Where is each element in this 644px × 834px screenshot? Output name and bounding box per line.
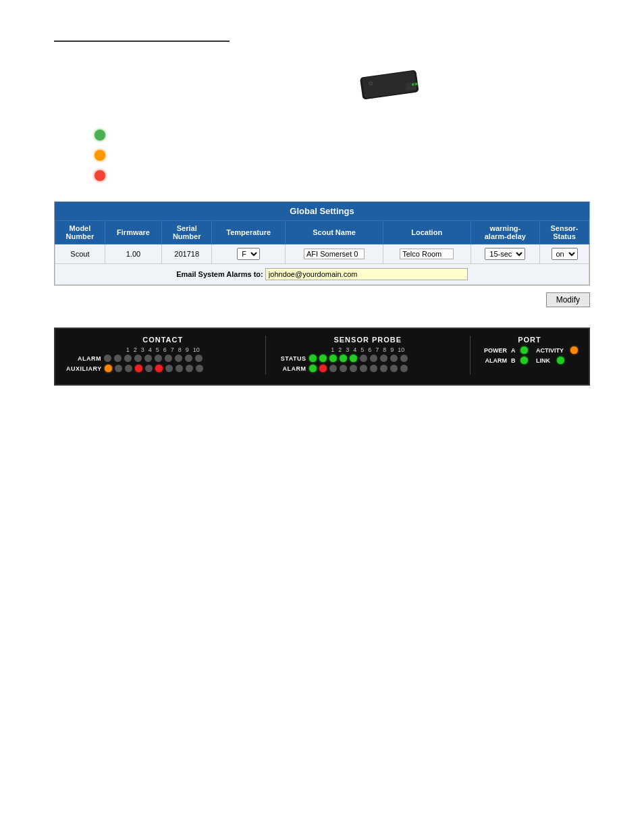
sensor-alarm-dot-6 <box>360 365 367 372</box>
cell-serial: 201718 <box>162 244 212 264</box>
cell-delay[interactable]: 15-sec 30-sec 60-sec <box>471 244 539 264</box>
delay-select[interactable]: 15-sec 30-sec 60-sec <box>485 248 525 260</box>
col-sensor-status: Sensor-Status <box>540 221 589 244</box>
sensor-status-select[interactable]: on off <box>552 248 578 260</box>
contact-aux-dot-5 <box>145 365 153 372</box>
port-power-row: POWER A ACTIVITY <box>481 346 578 354</box>
cell-sensor-status[interactable]: on off <box>540 244 589 264</box>
sensor-status-dot-2 <box>319 355 327 362</box>
svg-rect-2 <box>406 82 417 91</box>
contact-alarm-dot-4 <box>134 355 142 362</box>
sensor-status-dot-6 <box>360 355 367 362</box>
contact-aux-dot-9 <box>186 365 193 372</box>
cell-scout-name <box>286 244 383 264</box>
sensor-alarm-dot-10 <box>400 365 408 372</box>
modify-button[interactable]: Modify <box>546 292 590 307</box>
contact-numbers: 12345 678910 <box>66 346 260 353</box>
alarm-label: ALARM <box>481 357 507 364</box>
scout-name-input[interactable] <box>304 249 365 259</box>
modify-btn-area: Modify <box>54 292 590 307</box>
sensor-alarm-dot-4 <box>340 365 347 372</box>
contact-aux-dot-10 <box>196 365 203 372</box>
sensor-alarm-dots <box>309 365 408 372</box>
legend-dot-orange <box>95 150 105 161</box>
sensor-status-dot-3 <box>329 355 337 362</box>
sensor-alarm-dot-9 <box>390 365 398 372</box>
contact-alarm-row: ALARM <box>66 355 260 362</box>
table-row: Scout 1.00 201718 F C <box>55 244 589 264</box>
sensor-status-dot-4 <box>340 355 347 362</box>
port-a-label: A <box>511 347 516 354</box>
col-model-number: ModelNumber <box>55 221 105 244</box>
contact-alarm-dot-6 <box>155 355 162 362</box>
sensor-status-row: STATUS <box>271 355 465 362</box>
col-warning-alarm-delay: warning-alarm-delay <box>471 221 539 244</box>
legend-dot-green <box>95 130 105 140</box>
svg-rect-3 <box>412 83 414 86</box>
temp-select[interactable]: F C <box>237 248 260 260</box>
sensor-status-dot-8 <box>380 355 387 362</box>
contact-title: CONTACT <box>66 336 260 344</box>
col-temperature: Temperature <box>212 221 286 244</box>
cell-temp[interactable]: F C <box>212 244 286 264</box>
col-firmware: Firmware <box>105 221 162 244</box>
sensor-status-dot-7 <box>370 355 377 362</box>
legend-dot-red <box>95 170 105 181</box>
sensor-title: SENSOR PROBE <box>271 336 465 344</box>
contact-alarm-label: ALARM <box>66 355 101 362</box>
contact-aux-dot-7 <box>165 365 173 372</box>
contact-alarm-dots <box>104 355 203 362</box>
port-b-label: B <box>511 357 516 364</box>
contact-alarm-dot-1 <box>104 355 111 362</box>
sensor-probe-section: SENSOR PROBE 12345 678910 STATUS <box>271 336 465 375</box>
port-alarm-b-dot <box>520 357 528 364</box>
legend-area <box>95 130 590 181</box>
divider-vert-2 <box>470 336 471 375</box>
sensor-alarm-dot-2 <box>319 365 327 372</box>
email-row: Email System Alarms to: <box>55 264 589 285</box>
sensor-alarm-label: ALARM <box>271 365 306 372</box>
contact-auxiliary-row: AUXILIARY <box>66 365 260 372</box>
sensor-status-dot-9 <box>390 355 398 362</box>
sensor-alarm-dot-1 <box>309 365 317 372</box>
port-alarm-row: ALARM B LINK <box>481 357 578 364</box>
global-settings-title: Global Settings <box>55 202 589 220</box>
contact-aux-dot-1 <box>105 365 112 372</box>
cell-model: Scout <box>55 244 105 264</box>
status-panel: CONTACT 12345 678910 ALARM <box>54 328 590 386</box>
location-input[interactable] <box>400 249 454 259</box>
col-location: Location <box>383 221 471 244</box>
contact-auxiliary-label: AUXILIARY <box>66 365 102 372</box>
port-power-a-dot <box>520 346 528 354</box>
contact-auxiliary-dots <box>105 365 203 372</box>
activity-dot <box>570 346 578 354</box>
sensor-status-dot-5 <box>350 355 357 362</box>
global-settings-panel: Global Settings ModelNumber Firmware Ser… <box>54 201 590 286</box>
contact-aux-dot-8 <box>176 365 183 372</box>
col-serial-number: SerialNumber <box>162 221 212 244</box>
contact-aux-dot-3 <box>125 365 132 372</box>
contact-alarm-dot-5 <box>144 355 152 362</box>
activity-label: ACTIVITY <box>536 347 564 354</box>
cell-firmware: 1.00 <box>105 244 162 264</box>
legend-item-red <box>95 170 590 181</box>
sensor-alarm-dot-8 <box>380 365 387 372</box>
sensor-alarm-dot-3 <box>329 365 337 372</box>
section-divider <box>54 41 230 42</box>
sensor-alarm-dot-7 <box>370 365 377 372</box>
contact-aux-dot-4 <box>135 365 142 372</box>
port-section: PORT POWER A ACTIVITY ALARM B LINK <box>476 336 578 367</box>
contact-alarm-dot-3 <box>124 355 132 362</box>
col-scout-name: Scout Name <box>286 221 383 244</box>
contact-alarm-dot-9 <box>185 355 192 362</box>
sensor-status-label: STATUS <box>271 355 306 362</box>
contact-aux-dot-6 <box>155 365 163 372</box>
device-image <box>349 62 430 109</box>
global-settings-table: ModelNumber Firmware SerialNumber Temper… <box>55 220 589 285</box>
sensor-status-dot-10 <box>400 355 408 362</box>
sensor-status-dot-1 <box>309 355 317 362</box>
link-label: LINK <box>536 357 550 364</box>
email-input[interactable] <box>265 268 468 280</box>
link-dot <box>557 357 564 364</box>
contact-aux-dot-2 <box>115 365 122 372</box>
